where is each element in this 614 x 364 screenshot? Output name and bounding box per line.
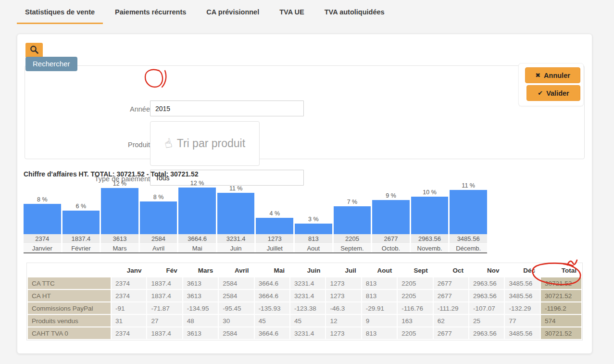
table-header-cell: Juin	[290, 264, 325, 276]
table-header-empty	[28, 264, 111, 276]
table-header-cell: Avril	[219, 264, 253, 276]
table-cell: -71.87	[147, 302, 182, 314]
table-cell: 1273	[326, 290, 361, 301]
bar-percent-label: 8 %	[24, 196, 61, 203]
main-panel: Rechercher Année Produit ☝ Tri par produ…	[17, 34, 592, 354]
table-header-cell: Juil	[326, 264, 361, 276]
table-cell: 3485.56	[505, 327, 540, 339]
bar-value-label: 2677	[372, 234, 410, 243]
table-cell: -123.38	[290, 302, 325, 314]
product-label: Produit	[32, 141, 150, 149]
table-cell: 3231.4	[290, 277, 325, 289]
tab-ca-previsionnel[interactable]: CA prévisionnel	[198, 0, 267, 24]
table-total-cell: 30721.52	[541, 290, 581, 301]
bar-month-label: Octob.	[372, 243, 410, 252]
table-cell: 2963.56	[469, 290, 504, 301]
bar-percent-label: 12 %	[101, 180, 138, 187]
table-cell: 27	[147, 315, 182, 326]
bar	[217, 193, 255, 234]
bar	[295, 224, 332, 234]
table-cell: 3231.4	[290, 290, 325, 301]
validate-button[interactable]: ✔ Valider	[526, 85, 580, 101]
bar-month-label: Mai	[178, 243, 216, 252]
bar-percent-label: 11 %	[450, 182, 487, 189]
table-cell: 48	[183, 315, 218, 326]
bar-value-label: 2205	[334, 234, 371, 243]
table-cell: 3664.6	[255, 290, 289, 301]
bar-value-label: 3231.4	[217, 234, 255, 243]
table-row-label: CA HT	[28, 290, 111, 301]
search-tooltip: Rechercher	[25, 57, 77, 71]
table-cell: 25	[469, 315, 504, 326]
year-input[interactable]	[150, 100, 304, 116]
bar-month-label: Septem.	[334, 243, 371, 252]
product-selector[interactable]: ☝ Tri par produit	[150, 121, 260, 166]
chart-column: 8 %2584Avril	[140, 179, 177, 252]
bar	[101, 188, 138, 234]
table-header-cell: Aout	[362, 264, 397, 276]
table-cell: 12	[326, 315, 361, 326]
chart-column: 7 %2205Septem.	[334, 179, 371, 252]
chart-column: 12 %3664.6Mai	[178, 179, 216, 252]
bar	[256, 218, 293, 234]
bar-month-label: Juin	[217, 243, 255, 252]
bar-percent-label: 7 %	[334, 199, 371, 205]
table-header-cell: Fév	[147, 264, 182, 276]
table-header-cell: Oct	[434, 264, 468, 276]
stats-table: JanvFévMarsAvrilMaiJuinJuilAoutSeptOctNo…	[27, 263, 582, 340]
bar-value-label: 1273	[256, 234, 293, 243]
table-total-cell: 30721.52	[541, 277, 581, 289]
table-row-label: CA TTC	[28, 277, 111, 289]
table-cell: -46.3	[326, 302, 361, 314]
table-total-cell: -1196.2	[541, 302, 581, 314]
table-cell: -132.29	[505, 302, 540, 314]
tab-tva-autoliquidees[interactable]: TVA autoliquidées	[316, 0, 393, 24]
bar	[334, 206, 371, 234]
table-row: CA TTC23741837.4361325843664.63231.41273…	[28, 277, 581, 289]
table-cell: 1837.4	[147, 327, 182, 339]
bar-value-label: 3664.6	[178, 234, 216, 243]
bar-percent-label: 8 %	[140, 194, 177, 201]
bar-percent-label: 12 %	[178, 180, 216, 187]
table-row-label: Produits vendus	[28, 315, 111, 326]
bar-month-label: Décemb.	[450, 243, 487, 252]
table-cell: 2677	[434, 327, 468, 339]
table-cell: 3613	[183, 327, 218, 339]
table-cell: 2963.56	[469, 327, 504, 339]
chart-column: 4 %1273Juillet	[256, 179, 293, 252]
table-cell: 1273	[326, 327, 361, 339]
bar	[24, 204, 61, 234]
table-cell: 3231.4	[290, 327, 325, 339]
bar-month-label: Février	[63, 243, 100, 252]
table-cell: 3664.6	[255, 327, 289, 339]
chart-column: 6 %1837.4Février	[63, 179, 100, 252]
hand-pointer-icon: ☝	[163, 136, 174, 152]
table-cell: 77	[505, 315, 540, 326]
table-cell: 813	[362, 327, 397, 339]
bar-month-label: Avril	[140, 243, 177, 252]
table-total-cell: 30721.52	[541, 327, 581, 339]
bar-percent-label: 10 %	[411, 189, 449, 196]
bar	[411, 197, 449, 234]
bar	[450, 190, 487, 234]
table-cell: 813	[362, 277, 397, 289]
bar	[140, 201, 177, 234]
table-cell: 2205	[398, 327, 432, 339]
bar-month-label: Janvier	[24, 243, 61, 252]
table-cell: 45	[290, 315, 325, 326]
table-header-cell: Janv	[112, 264, 146, 276]
search-button[interactable]	[25, 43, 43, 57]
tab-tva-ue[interactable]: TVA UE	[271, 0, 313, 24]
tab-statistiques-de-vente[interactable]: Statistiques de vente	[17, 0, 103, 24]
table-cell: 1837.4	[147, 277, 182, 289]
table-cell: 2677	[434, 277, 468, 289]
bar-month-label: Aout	[295, 243, 332, 252]
cancel-button[interactable]: ✖ Annuler	[525, 67, 580, 83]
bar-percent-label: 11 %	[217, 185, 255, 192]
tab-paiements-recurrents[interactable]: Paiements récurrents	[107, 0, 194, 24]
table-header-cell: Nov	[469, 264, 504, 276]
table-cell: 2584	[219, 277, 253, 289]
table-cell: 2374	[112, 277, 146, 289]
table-row: Commissions PayPal-91-71.87-134.95-95.45…	[28, 302, 581, 314]
table-cell: 1837.4	[147, 290, 182, 301]
